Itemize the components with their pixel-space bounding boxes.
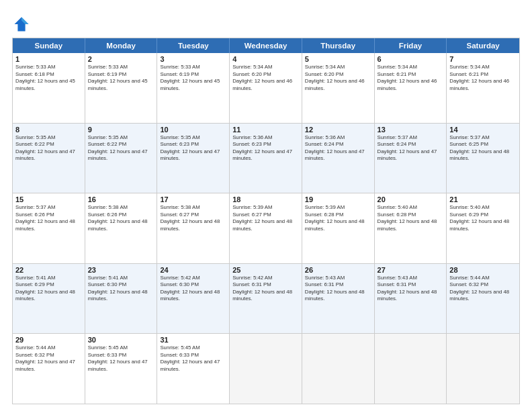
calendar-row-3: 22 Sunrise: 5:41 AM Sunset: 6:29 PM Dayl… [13,263,519,334]
day-number: 17 [160,195,226,203]
day-number: 16 [88,195,154,203]
header-day-friday: Friday [375,38,447,53]
cell-text: Sunrise: 5:33 AM Sunset: 6:19 PM Dayligh… [160,64,226,92]
calendar-cell: 31 Sunrise: 5:45 AM Sunset: 6:33 PM Dayl… [157,334,230,404]
day-number: 19 [305,195,371,203]
calendar-header: SundayMondayTuesdayWednesdayThursdayFrid… [13,38,519,53]
day-number: 15 [15,195,82,203]
cell-text: Sunrise: 5:41 AM Sunset: 6:30 PM Dayligh… [88,275,154,303]
cell-text: Sunrise: 5:40 AM Sunset: 6:29 PM Dayligh… [449,204,517,232]
calendar-cell: 20 Sunrise: 5:40 AM Sunset: 6:28 PM Dayl… [375,193,447,263]
calendar-cell: 3 Sunrise: 5:33 AM Sunset: 6:19 PM Dayli… [157,53,230,123]
day-number: 2 [88,55,154,63]
cell-text: Sunrise: 5:45 AM Sunset: 6:33 PM Dayligh… [160,345,226,373]
calendar-cell: 17 Sunrise: 5:38 AM Sunset: 6:27 PM Dayl… [157,193,230,263]
calendar-cell: 18 Sunrise: 5:39 AM Sunset: 6:27 PM Dayl… [230,193,302,263]
day-number: 18 [232,195,299,203]
header [12,12,520,34]
calendar-cell: 5 Sunrise: 5:34 AM Sunset: 6:20 PM Dayli… [302,53,375,123]
logo [12,15,32,34]
calendar-cell: 23 Sunrise: 5:41 AM Sunset: 6:30 PM Dayl… [85,264,158,334]
cell-text: Sunrise: 5:38 AM Sunset: 6:26 PM Dayligh… [88,204,154,232]
calendar-cell: 25 Sunrise: 5:42 AM Sunset: 6:31 PM Dayl… [230,264,302,334]
day-number: 8 [15,126,82,134]
cell-text: Sunrise: 5:34 AM Sunset: 6:21 PM Dayligh… [378,64,444,92]
calendar: SundayMondayTuesdayWednesdayThursdayFrid… [12,38,520,404]
day-number: 13 [378,126,444,134]
day-number: 22 [15,266,82,274]
calendar-cell [447,334,519,404]
day-number: 11 [232,126,299,134]
day-number: 1 [15,55,82,63]
header-day-tuesday: Tuesday [157,38,230,53]
calendar-cell: 13 Sunrise: 5:37 AM Sunset: 6:24 PM Dayl… [375,124,447,193]
cell-text: Sunrise: 5:43 AM Sunset: 6:31 PM Dayligh… [378,275,444,303]
calendar-cell: 26 Sunrise: 5:43 AM Sunset: 6:31 PM Dayl… [302,264,375,334]
cell-text: Sunrise: 5:37 AM Sunset: 6:26 PM Dayligh… [15,204,82,232]
calendar-cell: 15 Sunrise: 5:37 AM Sunset: 6:26 PM Dayl… [13,193,85,263]
day-number: 6 [378,55,444,63]
header-day-thursday: Thursday [302,38,375,53]
day-number: 4 [232,55,299,63]
day-number: 29 [15,336,82,344]
cell-text: Sunrise: 5:36 AM Sunset: 6:23 PM Dayligh… [232,134,299,163]
cell-text: Sunrise: 5:45 AM Sunset: 6:33 PM Dayligh… [88,345,154,373]
cell-text: Sunrise: 5:39 AM Sunset: 6:28 PM Dayligh… [305,204,371,232]
calendar-body: 1 Sunrise: 5:33 AM Sunset: 6:18 PM Dayli… [13,53,519,404]
cell-text: Sunrise: 5:35 AM Sunset: 6:22 PM Dayligh… [15,134,82,163]
calendar-cell: 28 Sunrise: 5:44 AM Sunset: 6:32 PM Dayl… [447,264,519,334]
day-number: 24 [160,266,226,274]
cell-text: Sunrise: 5:42 AM Sunset: 6:31 PM Dayligh… [232,275,299,303]
calendar-cell: 29 Sunrise: 5:44 AM Sunset: 6:32 PM Dayl… [13,334,85,404]
calendar-cell: 14 Sunrise: 5:37 AM Sunset: 6:25 PM Dayl… [447,124,519,193]
day-number: 30 [88,336,154,344]
day-number: 5 [305,55,371,63]
calendar-row-1: 8 Sunrise: 5:35 AM Sunset: 6:22 PM Dayli… [13,123,519,193]
calendar-cell: 21 Sunrise: 5:40 AM Sunset: 6:29 PM Dayl… [447,193,519,263]
calendar-cell [230,334,302,404]
day-number: 7 [449,55,517,63]
cell-text: Sunrise: 5:37 AM Sunset: 6:25 PM Dayligh… [449,134,517,163]
header-day-sunday: Sunday [13,38,85,53]
cell-text: Sunrise: 5:33 AM Sunset: 6:19 PM Dayligh… [88,64,154,92]
cell-text: Sunrise: 5:35 AM Sunset: 6:22 PM Dayligh… [88,134,154,163]
cell-text: Sunrise: 5:34 AM Sunset: 6:20 PM Dayligh… [232,64,299,92]
cell-text: Sunrise: 5:44 AM Sunset: 6:32 PM Dayligh… [15,345,82,373]
day-number: 14 [449,126,517,134]
cell-text: Sunrise: 5:35 AM Sunset: 6:23 PM Dayligh… [160,134,226,163]
day-number: 3 [160,55,226,63]
day-number: 23 [88,266,154,274]
cell-text: Sunrise: 5:34 AM Sunset: 6:20 PM Dayligh… [305,64,371,92]
calendar-cell: 4 Sunrise: 5:34 AM Sunset: 6:20 PM Dayli… [230,53,302,123]
calendar-cell [375,334,447,404]
cell-text: Sunrise: 5:42 AM Sunset: 6:30 PM Dayligh… [160,275,226,303]
logo-icon [12,15,31,34]
day-number: 28 [449,266,517,274]
cell-text: Sunrise: 5:41 AM Sunset: 6:29 PM Dayligh… [15,275,82,303]
calendar-cell: 8 Sunrise: 5:35 AM Sunset: 6:22 PM Dayli… [13,124,85,193]
calendar-cell: 12 Sunrise: 5:36 AM Sunset: 6:24 PM Dayl… [302,124,375,193]
day-number: 20 [378,195,444,203]
calendar-cell: 7 Sunrise: 5:34 AM Sunset: 6:21 PM Dayli… [447,53,519,123]
day-number: 25 [232,266,299,274]
calendar-row-2: 15 Sunrise: 5:37 AM Sunset: 6:26 PM Dayl… [13,193,519,263]
cell-text: Sunrise: 5:36 AM Sunset: 6:24 PM Dayligh… [305,134,371,163]
cell-text: Sunrise: 5:39 AM Sunset: 6:27 PM Dayligh… [232,204,299,232]
header-day-monday: Monday [85,38,158,53]
calendar-cell: 24 Sunrise: 5:42 AM Sunset: 6:30 PM Dayl… [157,264,230,334]
day-number: 9 [88,126,154,134]
calendar-cell: 6 Sunrise: 5:34 AM Sunset: 6:21 PM Dayli… [375,53,447,123]
calendar-cell: 30 Sunrise: 5:45 AM Sunset: 6:33 PM Dayl… [85,334,158,404]
cell-text: Sunrise: 5:33 AM Sunset: 6:18 PM Dayligh… [15,64,82,92]
calendar-cell [302,334,375,404]
header-day-saturday: Saturday [447,38,519,53]
calendar-cell: 1 Sunrise: 5:33 AM Sunset: 6:18 PM Dayli… [13,53,85,123]
day-number: 10 [160,126,226,134]
calendar-cell: 2 Sunrise: 5:33 AM Sunset: 6:19 PM Dayli… [85,53,158,123]
cell-text: Sunrise: 5:43 AM Sunset: 6:31 PM Dayligh… [305,275,371,303]
day-number: 26 [305,266,371,274]
cell-text: Sunrise: 5:34 AM Sunset: 6:21 PM Dayligh… [449,64,517,92]
cell-text: Sunrise: 5:37 AM Sunset: 6:24 PM Dayligh… [378,134,444,163]
day-number: 31 [160,336,226,344]
cell-text: Sunrise: 5:40 AM Sunset: 6:28 PM Dayligh… [378,204,444,232]
